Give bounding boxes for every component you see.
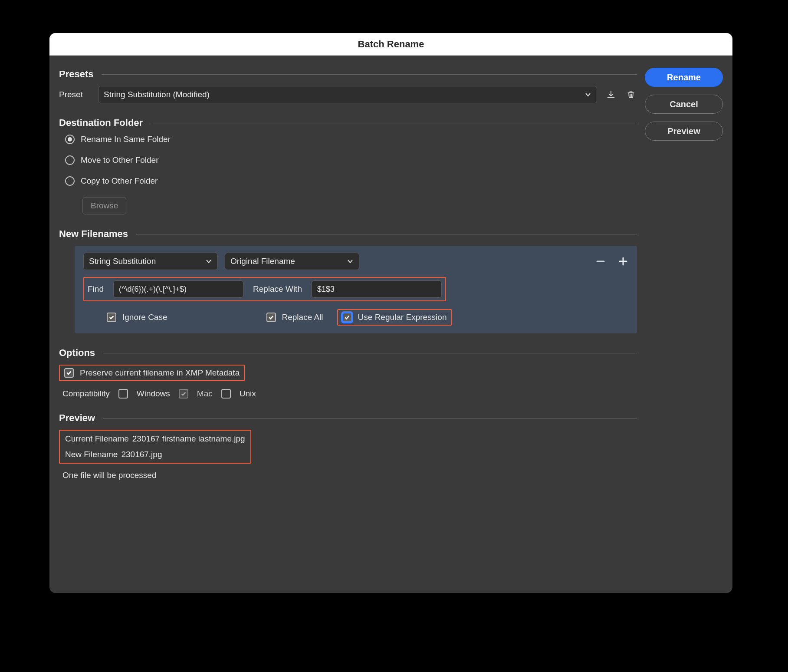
preset-label: Preset [59, 90, 90, 99]
radio-move-other-folder[interactable] [65, 155, 75, 165]
batch-rename-dialog: Batch Rename Presets Preset String Subst… [49, 33, 732, 593]
replace-with-input[interactable] [312, 280, 442, 298]
checkbox-use-regex[interactable] [342, 313, 352, 322]
chevron-down-icon [347, 258, 354, 265]
rule [103, 418, 637, 418]
plus-icon[interactable] [618, 256, 628, 267]
rename-button[interactable]: Rename [645, 68, 723, 87]
rule-source-select[interactable]: Original Filename [225, 253, 359, 270]
dialog-title: Batch Rename [49, 33, 732, 56]
checkbox-compat-unix[interactable] [221, 389, 231, 399]
rule [102, 74, 637, 75]
section-destination: Destination Folder Rename In Same Folder… [59, 117, 637, 214]
trash-icon[interactable] [625, 89, 637, 101]
section-new-filenames: New Filenames String Substitution [59, 228, 637, 333]
checkbox-ignore-case[interactable] [107, 313, 116, 322]
preview-button-label: Preview [667, 126, 700, 136]
section-title-presets: Presets [59, 69, 94, 80]
rule-type-value: String Substitution [89, 257, 156, 266]
compat-unix-label: Unix [240, 389, 256, 399]
dialog-title-text: Batch Rename [358, 39, 424, 50]
checkbox-compat-mac [179, 389, 188, 399]
filename-rule-panel: String Substitution Original Filename [75, 246, 637, 333]
current-filename-value: 230167 firstname lastname.jpg [132, 434, 245, 444]
section-options: Options Preserve current filename in XMP… [59, 347, 637, 399]
compatibility-label: Compatibility [62, 389, 110, 399]
radio-label: Rename In Same Folder [81, 135, 171, 144]
rule [136, 234, 637, 234]
rule-type-select[interactable]: String Substitution [83, 253, 218, 270]
rule [151, 123, 637, 123]
replace-all-label: Replace All [282, 313, 323, 322]
find-label: Find [88, 284, 104, 294]
compat-windows-label: Windows [137, 389, 170, 399]
save-preset-icon[interactable] [605, 89, 617, 101]
new-filename-label: New Filename [65, 450, 118, 459]
rule-source-value: Original Filename [230, 257, 295, 266]
chevron-down-icon [205, 258, 212, 265]
rename-button-label: Rename [667, 72, 701, 82]
preserve-xmp-label: Preserve current filename in XMP Metadat… [80, 368, 240, 378]
radio-copy-other-folder[interactable] [65, 176, 75, 186]
radio-rename-same-folder[interactable] [65, 135, 75, 144]
ignore-case-label: Ignore Case [122, 313, 167, 322]
cancel-button-label: Cancel [670, 99, 698, 109]
new-filename-value: 230167.jpg [121, 450, 162, 459]
current-filename-label: Current Filename [65, 434, 129, 444]
checkbox-compat-windows[interactable] [118, 389, 128, 399]
compat-mac-label: Mac [197, 389, 213, 399]
replace-with-label: Replace With [253, 284, 302, 294]
preview-button[interactable]: Preview [645, 122, 723, 141]
rule [103, 353, 637, 353]
minus-icon[interactable] [595, 256, 606, 267]
section-title-destination: Destination Folder [59, 117, 143, 128]
radio-label: Move to Other Folder [81, 155, 159, 165]
section-title-options: Options [59, 347, 95, 359]
section-presets: Presets Preset String Substitution (Modi… [59, 69, 637, 103]
radio-label: Copy to Other Folder [81, 176, 158, 186]
section-title-preview: Preview [59, 412, 95, 424]
section-title-new-filenames: New Filenames [59, 228, 128, 240]
preview-status: One file will be processed [59, 471, 637, 480]
section-preview: Preview Current Filename 230167 firstnam… [59, 412, 637, 480]
preset-select-value: String Substitution (Modified) [104, 90, 210, 99]
preset-select[interactable]: String Substitution (Modified) [98, 86, 597, 103]
browse-label: Browse [91, 201, 118, 211]
action-button-column: Rename Cancel Preview [645, 66, 723, 480]
chevron-down-icon [584, 91, 591, 98]
cancel-button[interactable]: Cancel [645, 95, 723, 114]
use-regex-label: Use Regular Expression [358, 313, 447, 322]
checkbox-preserve-xmp[interactable] [64, 368, 74, 378]
find-input[interactable] [113, 280, 243, 298]
checkbox-replace-all[interactable] [266, 313, 276, 322]
browse-button: Browse [82, 197, 126, 214]
